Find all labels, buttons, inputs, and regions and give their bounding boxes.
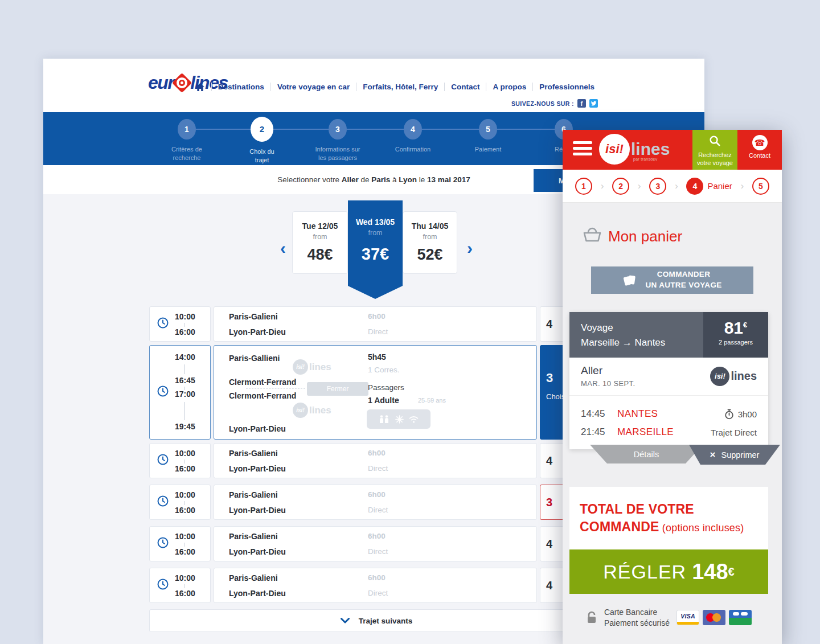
follow-us: SUIVEZ-NOUS SUR : f (511, 99, 598, 108)
trip-times: 14:00 16:45 17:00 19:45 (149, 345, 211, 440)
age-range: 25-59 ans (418, 397, 446, 404)
arrival-time: 16:00 (175, 589, 195, 598)
adult-count: 1 Adulte (368, 396, 399, 405)
origin-station: Paris-Galieni (229, 449, 278, 458)
nav-item-contact[interactable]: Contact (444, 83, 486, 91)
nav-item-destinations[interactable]: Destinations (211, 83, 270, 91)
cart-step-5[interactable]: 5 (752, 178, 769, 195)
nav-item-voyage-en-car[interactable]: Votre voyage en car (270, 83, 356, 91)
departure-time: 10:00 (175, 312, 195, 321)
next-trips-button[interactable]: Trajet suivants (149, 609, 604, 632)
tickets-icon (622, 274, 637, 286)
destination-station: Lyon-Part-Dieu (229, 424, 286, 433)
trip-duration: 6h00 (368, 312, 386, 321)
departure-time: 14:00 (175, 352, 195, 362)
dates-next-arrow[interactable]: › (467, 240, 473, 257)
date-card-thu[interactable]: Thu 14/05 from 52€ (403, 211, 457, 274)
stopwatch-icon (724, 409, 734, 420)
secure-payment-row: Carte BancairePaiement sécurisé VISA (569, 607, 768, 629)
trip-type: Direct (368, 506, 388, 514)
step-confirmation[interactable]: 4 Confirmation (373, 119, 453, 154)
isilines-logo[interactable]: isi! lines par transdev (599, 134, 670, 165)
clock-icon (157, 495, 169, 509)
logo-text-left: eur (148, 72, 174, 93)
voyage-route: Marseille → Nantes (581, 335, 703, 350)
arrival-time: 16:00 (175, 327, 195, 337)
departure-time: 10:00 (175, 573, 195, 583)
trip-type: Trajet Direct (711, 428, 757, 437)
destination-station: Lyon-Part-Dieu (229, 589, 286, 598)
facebook-icon[interactable]: f (577, 99, 586, 108)
date-card-wed-active[interactable]: Wed 13/05 from 37€ (348, 200, 403, 286)
trip-duration: 6h00 (368, 449, 386, 457)
details-button[interactable]: Détails (590, 445, 703, 463)
clock-icon (157, 317, 169, 331)
departure-time: 10:00 (175, 490, 195, 499)
trip-details[interactable]: Paris-Galieni Lyon-Part-Dieu 6h00 Direct (214, 306, 537, 342)
isilines-cart-panel: isi! lines par transdev Recherchezvotre … (563, 130, 782, 644)
trip-times: 10:00 16:00 (149, 526, 211, 561)
voyage-card-header: Voyage Marseille → Nantes 81€ 2 passager… (569, 312, 768, 358)
origin-station: Paris-Galieni (229, 573, 278, 583)
pay-button[interactable]: RÉGLER 148 € (569, 549, 768, 594)
nav-item-forfaits[interactable]: Forfaits, Hôtel, Ferry (356, 83, 444, 91)
arrival-time: 16:00 (175, 464, 195, 473)
trip-duration: 6h00 (368, 573, 386, 582)
voyage-date: MAR. 10 SEPT. (581, 379, 636, 388)
destination-station: Lyon-Part-Dieu (229, 327, 286, 337)
passengers-icon (379, 415, 390, 423)
close-icon: × (710, 449, 716, 461)
menu-icon[interactable] (573, 141, 592, 158)
destination-station: Lyon-Part-Dieu (229, 464, 286, 473)
step-paiement[interactable]: 5 Paiement (448, 119, 528, 154)
trip-type: Direct (368, 464, 388, 473)
home-icon[interactable] (196, 83, 211, 91)
step-criteres[interactable]: 1 Critères derecherche (147, 119, 227, 162)
main-nav: Destinations Votre voyage en car Forfait… (196, 83, 601, 91)
eurolines-diamond-icon (172, 73, 192, 93)
twitter-icon[interactable] (589, 99, 598, 108)
trip-details[interactable]: Paris-Galieni Lyon-Part-Dieu 6h00 Direct… (214, 485, 537, 520)
arrival-time: 19:45 (175, 422, 195, 431)
trip-duration: 6h00 (368, 490, 386, 499)
nav-item-a-propos[interactable]: A propos (486, 83, 532, 91)
contact-button[interactable]: ☎ Contact (737, 130, 782, 170)
direction-label: Aller (581, 364, 636, 377)
trip-details[interactable]: Paris-Galieni Lyon-Part-Dieu 6h00 Direct (214, 526, 537, 561)
order-another-trip-button[interactable]: COMMANDERUN AUTRE VOYAGE (591, 266, 753, 294)
step-number: 2 (251, 117, 273, 142)
departure-time: 14:45 (581, 408, 617, 420)
passengers-label: Passagers (368, 383, 404, 392)
step-informations[interactable]: 3 Informations surles passagers (298, 119, 378, 162)
origin-station: Paris-Gallieni (229, 354, 280, 363)
step-number: 1 (178, 119, 196, 140)
cart-step-2[interactable]: 2 (612, 178, 629, 195)
clock-icon (157, 537, 169, 551)
voyage-duration: 3h00 (738, 409, 757, 419)
delete-trip-button[interactable]: × Supprimer (689, 445, 780, 465)
nav-item-professionnels[interactable]: Professionnels (532, 83, 601, 91)
cart-step-3[interactable]: 3 (649, 178, 666, 195)
step-number: 5 (479, 119, 497, 140)
trip-details[interactable]: Paris-Galieni Lyon-Part-Dieu 6h00 Direct (214, 568, 537, 603)
trip-type: Direct (368, 547, 388, 556)
cart-step-4-active[interactable]: 4 Panier (686, 178, 732, 195)
search-voyage-button[interactable]: Recherchezvotre voyage (692, 130, 737, 170)
wifi-icon (409, 416, 419, 423)
stop-station-1: Clermont-Ferrand (229, 378, 296, 387)
fermer-button[interactable]: Fermer (307, 382, 368, 396)
total-amount: 148 (692, 560, 728, 584)
dates-prev-arrow[interactable]: ‹ (280, 240, 286, 257)
voyage-times: 14:45 NANTES 3h00 21:45 MARSEILLE Trajet… (569, 396, 768, 449)
date-card-tue[interactable]: Tue 12/05 from 48€ (292, 211, 348, 274)
active-date-pointer (348, 286, 403, 299)
departure-city: NANTES (617, 408, 724, 420)
trip-details-expanded: Paris-Gallieni isi!lines Clermont-Ferran… (214, 345, 537, 440)
step-choix-trajet[interactable]: 2 Choix dutrajet (222, 117, 302, 165)
cart-step-1[interactable]: 1 (575, 178, 592, 195)
trip-details[interactable]: Paris-Galieni Lyon-Part-Dieu 6h00 Direct (214, 443, 537, 478)
connections-count: 1 Corres. (368, 366, 400, 374)
mastercard-icon (703, 610, 725, 625)
basket-icon (582, 227, 602, 245)
arrival-time: 16:00 (175, 506, 195, 515)
